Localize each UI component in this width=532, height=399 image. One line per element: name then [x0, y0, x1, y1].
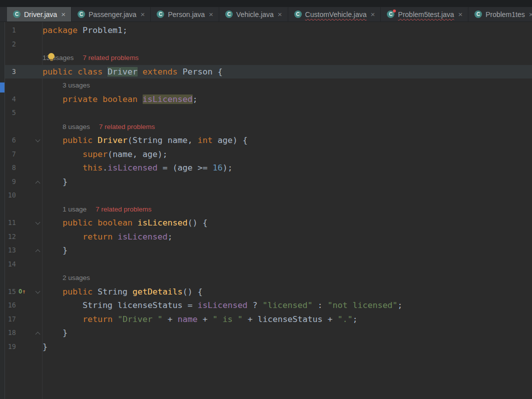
- line-number[interactable]: 17: [5, 312, 16, 326]
- code-text[interactable]: public boolean isLicensed() {: [43, 216, 532, 230]
- gutter[interactable]: [5, 120, 43, 134]
- line-number[interactable]: 18: [5, 326, 16, 340]
- gutter[interactable]: 13: [5, 244, 43, 258]
- code-text[interactable]: }: [43, 244, 532, 258]
- inlay-hints[interactable]: 2 usages: [43, 271, 532, 285]
- usages-hint-link[interactable]: 3 usages: [63, 82, 90, 89]
- editor-tab-driver-java[interactable]: CDriver.java×: [7, 7, 72, 22]
- fold-region-start-icon[interactable]: [36, 138, 41, 142]
- code-text[interactable]: public String getDetails() {: [43, 285, 532, 299]
- fold-region-start-icon[interactable]: [36, 288, 41, 294]
- line-number[interactable]: 14: [5, 258, 16, 272]
- gutter[interactable]: 2: [5, 38, 43, 52]
- editor-tab-person-java[interactable]: CPerson.java×: [151, 7, 219, 22]
- line-number[interactable]: 1: [5, 24, 16, 38]
- code-text[interactable]: }: [43, 326, 532, 340]
- line-number[interactable]: 8: [5, 161, 16, 175]
- tab-close-icon[interactable]: ×: [371, 10, 375, 18]
- related-problems-link[interactable]: 7 related problems: [99, 123, 155, 130]
- line-number[interactable]: 6: [5, 134, 16, 148]
- tab-label: CustomVehicle.java: [305, 10, 367, 18]
- code-text[interactable]: [43, 106, 532, 120]
- code-text[interactable]: private boolean isLicensed;: [43, 92, 532, 106]
- gutter[interactable]: 7: [5, 148, 43, 162]
- gutter[interactable]: 15O↑: [5, 285, 43, 299]
- fold-region-end-icon[interactable]: [36, 180, 41, 186]
- tab-close-icon[interactable]: ×: [458, 10, 462, 18]
- line-number[interactable]: 5: [5, 106, 16, 120]
- gutter[interactable]: 3: [5, 65, 43, 79]
- gutter[interactable]: 8: [5, 161, 43, 175]
- line-number[interactable]: 12: [5, 230, 16, 244]
- gutter[interactable]: [5, 202, 43, 216]
- editor-tab-customvehicle-java[interactable]: CCustomVehicle.java×: [288, 7, 381, 22]
- line-number[interactable]: 10: [5, 188, 16, 202]
- fold-region-end-icon[interactable]: [36, 250, 41, 254]
- gutter[interactable]: [5, 78, 43, 92]
- code-token: [43, 314, 83, 324]
- line-number[interactable]: 4: [5, 92, 16, 106]
- code-text[interactable]: [43, 258, 532, 272]
- gutter[interactable]: 19: [5, 340, 43, 354]
- line-number[interactable]: 15: [5, 285, 16, 299]
- gutter[interactable]: 1: [5, 24, 43, 38]
- line-number[interactable]: 13: [5, 244, 16, 258]
- code-text[interactable]: }: [43, 175, 532, 189]
- intention-bulb-icon[interactable]: [48, 53, 55, 60]
- code-text[interactable]: String licenseStatus = isLicensed ? "lic…: [43, 298, 532, 312]
- usages-hint-link[interactable]: 1 usage: [63, 206, 87, 213]
- gutter[interactable]: 10: [5, 188, 43, 202]
- tab-close-icon[interactable]: ×: [141, 10, 145, 18]
- code-text[interactable]: return "Driver " + name + " is " + licen…: [43, 312, 532, 326]
- usages-hint-link[interactable]: 13 usages: [43, 54, 74, 62]
- code-text[interactable]: return isLicensed;: [43, 230, 532, 244]
- overrides-method-icon[interactable]: O↑: [19, 285, 26, 299]
- tab-close-icon[interactable]: ×: [529, 10, 532, 18]
- code-area[interactable]: 1package Problem1;213 usages7 related pr…: [5, 24, 532, 354]
- code-text[interactable]: public class Driver extends Person {: [43, 65, 532, 79]
- gutter[interactable]: [5, 51, 43, 65]
- inlay-hints[interactable]: 13 usages7 related problems: [43, 51, 532, 65]
- line-number[interactable]: 2: [5, 38, 16, 52]
- code-text[interactable]: package Problem1;: [43, 24, 532, 38]
- inlay-hints[interactable]: 8 usages7 related problems: [43, 120, 532, 134]
- code-text[interactable]: }: [43, 340, 532, 354]
- code-text[interactable]: [43, 38, 532, 52]
- line-number[interactable]: 16: [5, 298, 16, 312]
- editor-tab-problem1tes[interactable]: CProblem1tes×: [468, 7, 532, 22]
- line-number[interactable]: 7: [5, 148, 16, 162]
- line-number[interactable]: 19: [5, 340, 16, 354]
- gutter[interactable]: [5, 271, 43, 285]
- gutter[interactable]: 14: [5, 258, 43, 272]
- tab-close-icon[interactable]: ×: [278, 10, 282, 18]
- gutter[interactable]: 11: [5, 216, 43, 230]
- editor-tab-vehicle-java[interactable]: CVehicle.java×: [219, 7, 288, 22]
- gutter[interactable]: 17: [5, 312, 43, 326]
- inlay-hints[interactable]: 3 usages: [43, 78, 532, 92]
- fold-region-end-icon[interactable]: [36, 332, 41, 337]
- code-text[interactable]: [43, 188, 532, 202]
- gutter[interactable]: 6: [5, 134, 43, 148]
- inlay-hints[interactable]: 1 usage7 related problems: [43, 202, 532, 216]
- line-number[interactable]: 3: [5, 65, 16, 79]
- code-text[interactable]: public Driver(String name, int age) {: [43, 134, 532, 148]
- usages-hint-link[interactable]: 2 usages: [63, 274, 90, 282]
- gutter[interactable]: 18: [5, 326, 43, 340]
- gutter[interactable]: 4: [5, 92, 43, 106]
- editor-tab-passenger-java[interactable]: CPassenger.java×: [72, 7, 151, 22]
- tab-close-icon[interactable]: ×: [209, 10, 213, 18]
- line-number[interactable]: 9: [5, 175, 16, 189]
- gutter[interactable]: 9: [5, 175, 43, 189]
- editor-tab-problem5test-java[interactable]: CProblem5test.java×: [381, 7, 468, 22]
- gutter[interactable]: 16: [5, 298, 43, 312]
- fold-region-start-icon[interactable]: [36, 220, 41, 225]
- gutter[interactable]: 12: [5, 230, 43, 244]
- line-number[interactable]: 11: [5, 216, 16, 230]
- gutter[interactable]: 5: [5, 106, 43, 120]
- related-problems-link[interactable]: 7 related problems: [83, 54, 139, 62]
- code-text[interactable]: super(name, age);: [43, 148, 532, 162]
- related-problems-link[interactable]: 7 related problems: [96, 206, 152, 213]
- tab-close-icon[interactable]: ×: [61, 10, 66, 18]
- usages-hint-link[interactable]: 8 usages: [63, 123, 90, 130]
- code-text[interactable]: this.isLicensed = (age >= 16);: [43, 161, 532, 175]
